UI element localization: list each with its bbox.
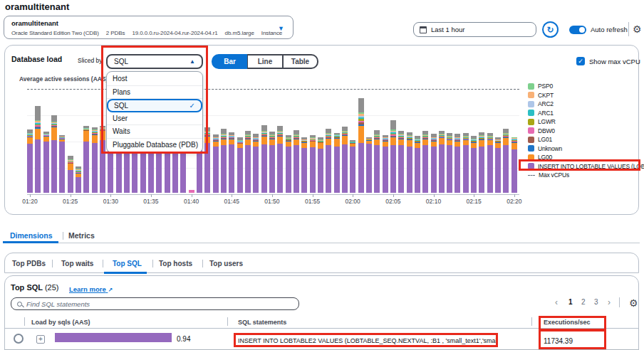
chart-bar[interactable] xyxy=(383,135,388,193)
chart-bar[interactable] xyxy=(229,132,234,193)
chart-bar[interactable] xyxy=(422,131,428,193)
column-header-sql[interactable]: SQL statements xyxy=(238,319,286,326)
sql-search-input[interactable]: Find SQL statements xyxy=(11,297,299,310)
chart-bar[interactable] xyxy=(455,134,460,193)
chart-bar[interactable] xyxy=(495,137,501,193)
x-tick-label: 02:10 xyxy=(426,198,441,205)
bar-segment xyxy=(277,126,283,131)
bar-segment xyxy=(407,147,412,193)
chart-bar[interactable] xyxy=(447,133,452,193)
bar-segment xyxy=(245,145,251,193)
refresh-button[interactable]: ↻ xyxy=(542,21,559,38)
time-range-value: Last 1 hour xyxy=(431,26,465,33)
chart-bar[interactable] xyxy=(342,127,348,193)
pagination-prev[interactable]: ‹ xyxy=(555,297,558,307)
chart-bar[interactable] xyxy=(237,137,243,193)
legend-item[interactable]: LGWR xyxy=(528,117,644,127)
subtab-top-users[interactable]: Top users xyxy=(209,260,243,267)
legend-item[interactable]: LG01 xyxy=(528,135,644,144)
chart-bar[interactable] xyxy=(366,137,372,193)
chart-bar[interactable] xyxy=(269,132,275,193)
chart-bar[interactable] xyxy=(431,134,437,193)
legend-item[interactable]: ARC2 xyxy=(528,100,644,109)
legend-item[interactable]: PSP0 xyxy=(528,82,644,91)
chart-bar[interactable] xyxy=(310,135,316,193)
learn-more-link[interactable]: Learn more ↗ xyxy=(69,285,113,293)
time-range-picker[interactable]: Last 1 hour xyxy=(413,22,536,37)
chart-bar[interactable] xyxy=(76,166,81,193)
chart-bar[interactable] xyxy=(277,126,283,193)
legend-item[interactable]: Max vCPUs xyxy=(528,171,644,180)
tab-metrics[interactable]: Metrics xyxy=(68,231,95,240)
subtab-top-pdbs[interactable]: Top PDBs xyxy=(12,260,46,267)
chart-bar[interactable] xyxy=(390,120,396,193)
chart-bar[interactable] xyxy=(479,132,484,193)
dimension-subtabs: Top PDBsTop waitsTop SQLTop hostsTop use… xyxy=(4,253,639,273)
bar-segment xyxy=(471,148,477,193)
settings-gear-icon[interactable]: ⚙ xyxy=(633,24,642,34)
show-max-vcpu[interactable]: ✓ Show max vCPU xyxy=(576,57,640,65)
row-radio-button[interactable] xyxy=(14,334,24,344)
bar-segment xyxy=(229,139,234,144)
chart-bar[interactable] xyxy=(326,129,331,193)
legend-swatch xyxy=(528,145,534,152)
chart-bar[interactable] xyxy=(68,156,73,193)
chart-bar[interactable] xyxy=(334,133,340,193)
chart-bar[interactable] xyxy=(398,131,404,193)
bar-segment xyxy=(495,148,501,193)
chart-bar[interactable] xyxy=(503,129,509,193)
chart-bar[interactable] xyxy=(301,137,307,193)
chart-bar[interactable] xyxy=(511,137,517,193)
chart-bar[interactable] xyxy=(35,106,41,193)
bar-segment xyxy=(511,149,517,193)
legend-item[interactable]: CKPT xyxy=(528,91,644,100)
load-value: 0.94 xyxy=(177,335,190,343)
chart-bar[interactable] xyxy=(92,127,98,193)
table-settings-gear-icon[interactable]: ⚙ xyxy=(629,298,638,308)
chart-bar[interactable] xyxy=(51,115,57,193)
column-header-load[interactable]: Load by sqls (AAS) xyxy=(31,319,90,326)
chart-bar[interactable] xyxy=(245,131,251,193)
tab-dimensions[interactable]: Dimensions xyxy=(10,231,53,240)
chart-bar[interactable] xyxy=(439,131,445,193)
pagination-page-2[interactable]: 2 xyxy=(581,298,586,306)
chart-bar[interactable] xyxy=(471,136,477,193)
subtab-top-hosts[interactable]: Top hosts xyxy=(159,260,192,267)
chart-bar[interactable] xyxy=(294,130,299,193)
row-expand-button[interactable]: + xyxy=(36,335,45,344)
chart-bar[interactable] xyxy=(374,130,380,193)
chart-bar[interactable] xyxy=(59,135,65,193)
chart-bar[interactable] xyxy=(221,129,227,193)
chart-bar[interactable] xyxy=(261,125,267,193)
chart-bar[interactable] xyxy=(407,132,412,193)
chart-bar[interactable] xyxy=(415,136,420,193)
legend-item[interactable]: Unknown xyxy=(528,144,644,154)
chart-bar[interactable] xyxy=(463,133,469,193)
pagination-next[interactable]: › xyxy=(608,297,611,307)
view-toggle-table[interactable]: Table xyxy=(283,54,318,69)
chart-bar[interactable] xyxy=(83,126,89,193)
chart-bar[interactable] xyxy=(318,137,323,193)
legend-item[interactable]: ARC1 xyxy=(528,109,644,118)
chart-bar[interactable] xyxy=(189,190,194,193)
subtab-top-waits[interactable]: Top waits xyxy=(61,260,93,267)
checkbox-checked-icon[interactable]: ✓ xyxy=(576,57,585,65)
chart-bar[interactable] xyxy=(27,129,33,193)
instance-selector[interactable]: oramultitenant Oracle Standard Edition T… xyxy=(4,16,294,39)
chart-bar[interactable] xyxy=(253,134,259,193)
view-toggle-bar[interactable]: Bar xyxy=(212,54,247,69)
legend-item[interactable]: DBW0 xyxy=(528,127,644,136)
chart-bar[interactable] xyxy=(350,140,355,193)
auto-refresh-toggle[interactable] xyxy=(569,26,586,34)
legend-label: CKPT xyxy=(538,92,554,99)
bar-segment xyxy=(334,139,340,147)
chart-bar[interactable] xyxy=(43,132,49,193)
chart-bar[interactable] xyxy=(286,135,291,193)
chart-bar[interactable] xyxy=(487,133,493,193)
subtab-top-sql[interactable]: Top SQL xyxy=(113,260,142,267)
view-toggle-line[interactable]: Line xyxy=(247,54,283,69)
pagination-page-1[interactable]: 1 xyxy=(568,298,573,306)
pagination-page-3[interactable]: 3 xyxy=(594,298,598,306)
chart-bar[interactable] xyxy=(213,134,219,193)
chart-bar[interactable] xyxy=(358,98,364,193)
